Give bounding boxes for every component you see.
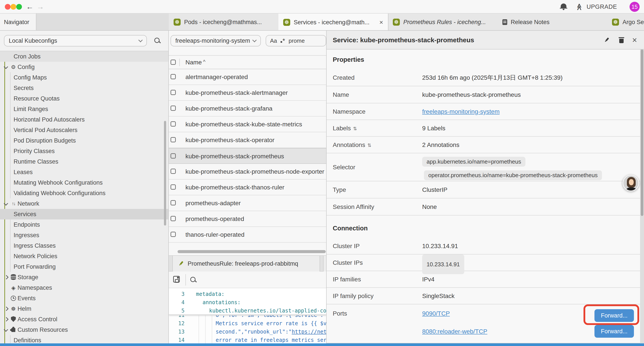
- table-row[interactable]: kube-prometheus-stack-grafana: [169, 101, 326, 116]
- editor-tab-next[interactable]: [323, 256, 326, 272]
- tree-item-port-forwarding[interactable]: Port Forwarding: [0, 262, 169, 272]
- tree-item-leases[interactable]: Leases: [0, 167, 169, 177]
- kubeconfig-select[interactable]: Local Kubeconfigs: [4, 35, 147, 46]
- window-close-button[interactable]: [5, 4, 10, 10]
- tree-item-ingress-classes[interactable]: Ingress Classes: [0, 240, 169, 251]
- select-all-checkbox[interactable]: [170, 59, 176, 65]
- tree-item-custom-resources[interactable]: Custom Resources: [0, 325, 169, 335]
- chevron-right-icon[interactable]: [4, 307, 8, 311]
- match-case-toggle[interactable]: Aa: [270, 37, 277, 44]
- row-checkbox[interactable]: [170, 200, 176, 205]
- tree-item-config[interactable]: ⚙Config: [0, 62, 169, 72]
- chevron-down-icon[interactable]: [4, 327, 8, 332]
- chevron-right-icon[interactable]: [4, 317, 8, 322]
- tree-item-config-maps[interactable]: Config Maps: [0, 72, 169, 83]
- row-checkbox[interactable]: [170, 137, 176, 142]
- navigator-tab[interactable]: Navigator: [0, 13, 36, 31]
- tree-item-helm[interactable]: ☸Helm: [0, 304, 169, 314]
- window-zoom-button[interactable]: [16, 4, 22, 10]
- regex-toggle[interactable]: *: [280, 38, 285, 43]
- tree-item-limit-ranges[interactable]: Limit Ranges: [0, 104, 169, 114]
- editor-search-button[interactable]: [190, 276, 197, 283]
- delete-button[interactable]: [618, 36, 624, 43]
- upgrade-button[interactable]: UPGRADE: [586, 0, 617, 13]
- forward-button[interactable]: →: [35, 1, 46, 12]
- notification-count-badge[interactable]: 15: [630, 2, 640, 12]
- sort-updown-icon[interactable]: ⇅: [367, 143, 371, 148]
- back-button[interactable]: ←: [24, 1, 35, 12]
- tab-prometheus-rules-icecheng[interactable]: ☸Prometheus Rules - icecheng...: [388, 13, 498, 31]
- chevron-right-icon[interactable]: [4, 275, 8, 280]
- tree-item-priority-classes[interactable]: Priority Classes: [0, 146, 169, 156]
- namespace-link[interactable]: freeleaps-monitoring-system: [422, 108, 500, 115]
- table-row[interactable]: kube-prometheus-stack-prometheus: [169, 148, 326, 164]
- notifications-bell-icon[interactable]: [561, 3, 566, 8]
- row-checkbox[interactable]: [170, 74, 176, 79]
- table-row[interactable]: kube-prometheus-stack-alertmanager: [169, 85, 326, 101]
- table-row[interactable]: kube-prometheus-stack-prometheus-node-ex…: [169, 164, 326, 180]
- tree-item-validating-webhook-configurations[interactable]: Validating Webhook Configurations: [0, 188, 169, 198]
- tab-release-notes[interactable]: Release Notes: [498, 13, 608, 31]
- close-tab-icon[interactable]: ×: [379, 19, 383, 26]
- row-checkbox[interactable]: [170, 184, 176, 190]
- tree-item-resource-quotas[interactable]: Resource Quotas: [0, 93, 169, 104]
- tree-item-storage[interactable]: Storage: [0, 272, 169, 283]
- tree-item-secrets[interactable]: Secrets: [0, 83, 169, 93]
- tree-item-mutating-webhook-configurations[interactable]: Mutating Webhook Configurations: [0, 177, 169, 188]
- table-row[interactable]: kube-prometheus-stack-operator: [169, 132, 326, 148]
- tree-item-endpoints[interactable]: Endpoints: [0, 219, 169, 230]
- tree-item-runtime-classes[interactable]: Runtime Classes: [0, 156, 169, 167]
- row-checkbox[interactable]: [170, 169, 176, 174]
- tab-argo-se[interactable]: ☸Argo Se: [607, 13, 644, 31]
- row-checkbox[interactable]: [170, 106, 176, 111]
- table-row[interactable]: prometheus-operated: [169, 211, 326, 227]
- close-panel-button[interactable]: ×: [632, 31, 637, 49]
- sidebar-search-button[interactable]: [154, 37, 161, 44]
- tree-item-ingresses[interactable]: Ingresses: [0, 230, 169, 240]
- tree-item-events[interactable]: Events: [0, 293, 169, 304]
- tree-item-horizontal-pod-autoscalers[interactable]: Horizontal Pod Autoscalers: [0, 114, 169, 125]
- chevron-down-icon[interactable]: [4, 65, 8, 69]
- detail-scrollbar-thumb[interactable]: [641, 49, 643, 216]
- port-link-text[interactable]: 9090/TCP: [422, 310, 450, 317]
- row-checkbox[interactable]: [170, 232, 176, 237]
- tree-item-definitions[interactable]: Definitions: [0, 335, 169, 343]
- table-row[interactable]: kube-prometheus-stack-thanos-ruler: [169, 180, 326, 195]
- tree-item-cron-jobs[interactable]: Cron Jobs: [0, 51, 169, 62]
- table-row[interactable]: kube-prometheus-stack-kube-state-metrics: [169, 116, 326, 132]
- row-checkbox[interactable]: [170, 121, 176, 127]
- port-link[interactable]: 9090/TCP: [422, 309, 450, 319]
- tree-item-services[interactable]: Services: [0, 209, 169, 219]
- edit-button[interactable]: [602, 36, 611, 44]
- tree-item-namespaces[interactable]: ◈Namespaces: [0, 283, 169, 293]
- tree-item-access-control[interactable]: Access Control: [0, 314, 169, 325]
- port-forward-button[interactable]: Forward...: [594, 325, 634, 338]
- window-minimize-button[interactable]: [10, 4, 16, 10]
- yaml-editor[interactable]: 3metadata:4annotations:5kubectl.kubernet…: [169, 288, 326, 343]
- port-link[interactable]: 8080:reloader-web/TCP: [422, 327, 487, 336]
- tree-item-pod-disruption-budgets[interactable]: Pod Disruption Budgets: [0, 135, 169, 146]
- tab-services-icecheng-math[interactable]: ☸Services - icecheng@math...×: [278, 13, 388, 31]
- tab-pods-icecheng-mathmas[interactable]: ☸Pods - icecheng@mathmas...: [169, 13, 279, 31]
- table-row[interactable]: alertmanager-operated: [169, 69, 326, 85]
- port-link-text[interactable]: 8080:reloader-web/TCP: [422, 328, 487, 335]
- tree-item-network[interactable]: ↑↓Network: [0, 198, 169, 209]
- sort-asc-icon[interactable]: ^: [203, 59, 206, 65]
- table-row[interactable]: thanos-ruler-operated: [169, 227, 326, 243]
- namespace-select[interactable]: freeleaps-monitoring-system: [170, 35, 261, 46]
- filter-input[interactable]: Aa * prome: [266, 35, 326, 46]
- row-checkbox[interactable]: [170, 90, 176, 95]
- row-checkbox[interactable]: [170, 216, 176, 221]
- editor-tab[interactable]: PrometheusRule: freeleaps-prod-rabbitmq: [172, 256, 320, 272]
- tree-item-network-policies[interactable]: Network Policies: [0, 251, 169, 262]
- chevron-down-icon[interactable]: [4, 201, 8, 206]
- sidebar-scrollbar[interactable]: [164, 121, 166, 226]
- save-button[interactable]: [173, 276, 180, 283]
- sort-updown-icon[interactable]: ⇅: [353, 126, 357, 131]
- column-header-name[interactable]: Name: [186, 56, 202, 69]
- row-checkbox[interactable]: [170, 153, 176, 159]
- tree-item-vertical-pod-autoscalers[interactable]: Vertical Pod Autoscalers: [0, 125, 169, 135]
- assistant-avatar[interactable]: [622, 175, 639, 191]
- horizontal-scrollbar[interactable]: [178, 250, 326, 253]
- table-row[interactable]: prometheus-adapter: [169, 195, 326, 211]
